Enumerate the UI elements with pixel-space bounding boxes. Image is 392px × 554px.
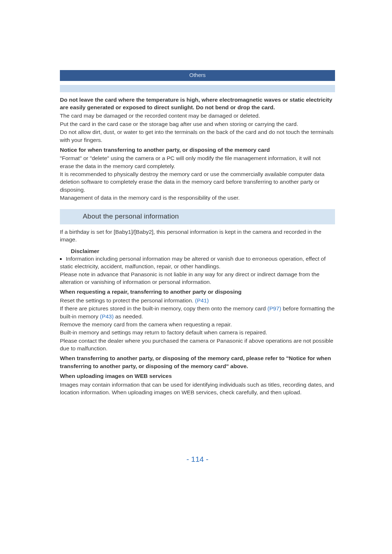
card-paragraph-4: "Format" or "delete" using the camera or… [60, 154, 335, 170]
disclaimer-paragraph-2: Please note in advance that Panasonic is… [60, 270, 335, 286]
card-sub-banner [60, 85, 335, 92]
repair-paragraph-4: Built-in memory and settings may return … [60, 329, 335, 336]
repair-p2-a: If there are pictures stored in the buil… [60, 305, 268, 311]
repair-paragraph-1-text: Reset the settings to protect the person… [60, 297, 195, 304]
link-p97[interactable]: (P97) [268, 305, 281, 311]
page-number: - 114 - [60, 454, 335, 465]
section-banner: Others [60, 70, 335, 81]
link-p43[interactable]: (P43) [100, 313, 114, 319]
card-paragraph-5: It is recommended to physically destroy … [60, 170, 335, 194]
card-paragraph-1: The card may be damaged or the recorded … [60, 112, 335, 119]
repair-paragraph-5: Please contact the dealer where you purc… [60, 337, 335, 353]
card-paragraph-6: Management of data in the memory card is… [60, 194, 335, 201]
personal-paragraph-1: If a birthday is set for [Baby1]/[Baby2]… [60, 228, 335, 244]
card-warning-heading-1: Do not leave the card where the temperat… [60, 96, 335, 111]
upload-heading: When uploading images on WEB services [60, 372, 335, 380]
repair-paragraph-3: Remove the memory card from the camera w… [60, 321, 335, 328]
card-paragraph-2: Put the card in the card case or the sto… [60, 120, 335, 128]
repair-heading: When requesting a repair, transferring t… [60, 288, 335, 296]
repair-paragraph-1: Reset the settings to protect the person… [60, 297, 335, 304]
personal-info-heading-bar: About the personal information [60, 209, 335, 224]
disclaimer-heading: Disclaimer [71, 247, 335, 255]
card-paragraph-3: Do not allow dirt, dust, or water to get… [60, 128, 335, 144]
disclaimer-paragraph-1: Information including personal informati… [60, 256, 326, 269]
transfer-dispose-heading: When transferring to another party, or d… [60, 354, 335, 370]
upload-paragraph: Images may contain information that can … [60, 381, 335, 396]
repair-p2-c: as needed. [114, 313, 143, 319]
link-p41[interactable]: (P41) [195, 297, 209, 304]
repair-paragraph-2: If there are pictures stored in the buil… [60, 305, 335, 320]
card-warning-heading-2: Notice for when transferring to another … [60, 146, 335, 154]
